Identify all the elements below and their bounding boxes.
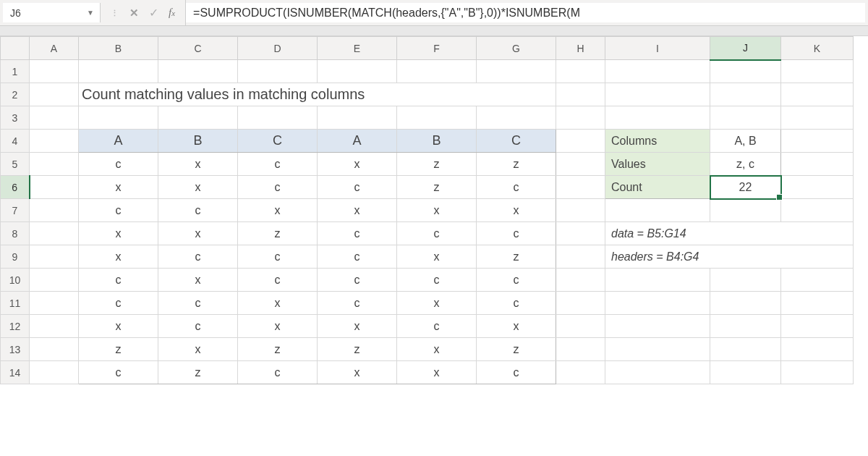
cell-A9[interactable] xyxy=(30,245,79,269)
cell-E6[interactable]: c xyxy=(318,176,397,199)
cell-E5[interactable]: x xyxy=(318,153,397,176)
cell-H5[interactable] xyxy=(556,153,605,176)
cell-G11[interactable]: c xyxy=(477,292,556,315)
cell-D5[interactable]: c xyxy=(238,153,318,176)
col-header-G[interactable]: G xyxy=(477,37,556,60)
cancel-icon[interactable]: ✕ xyxy=(129,7,139,20)
lookup-columns-label[interactable]: Columns xyxy=(605,130,710,153)
row-header[interactable]: 6 xyxy=(1,176,30,199)
cell-H1[interactable] xyxy=(556,60,605,83)
cell-C7[interactable]: c xyxy=(158,199,238,222)
cell-G7[interactable]: x xyxy=(477,199,556,222)
cell-H12[interactable] xyxy=(556,315,605,338)
col-header-C[interactable]: C xyxy=(158,37,238,60)
col-header-I[interactable]: I xyxy=(605,37,710,60)
cell-G10[interactable]: c xyxy=(477,269,556,292)
cell-F14[interactable]: x xyxy=(397,361,477,384)
cell-F13[interactable]: x xyxy=(397,338,477,361)
name-box[interactable] xyxy=(6,6,84,20)
cell-G1[interactable] xyxy=(477,60,556,83)
cell-C13[interactable]: x xyxy=(158,338,238,361)
cell-H10[interactable] xyxy=(556,269,605,292)
cell-H6[interactable] xyxy=(556,176,605,199)
row-header[interactable]: 8 xyxy=(1,222,30,245)
cell-D11[interactable]: x xyxy=(238,292,318,315)
cell-F1[interactable] xyxy=(397,60,477,83)
spreadsheet-grid[interactable]: A B C D E F G H I J K 12Count matching v… xyxy=(0,36,868,384)
cell-I2[interactable] xyxy=(605,83,710,106)
cell-D13[interactable]: z xyxy=(238,338,318,361)
cell-K1[interactable] xyxy=(781,60,854,83)
cell-E10[interactable]: c xyxy=(318,269,397,292)
grid-table[interactable]: A B C D E F G H I J K 12Count matching v… xyxy=(0,36,854,384)
cell-F8[interactable]: c xyxy=(397,222,477,245)
note-headers-range[interactable]: headers = B4:G4 xyxy=(605,245,854,269)
col-header-F[interactable]: F xyxy=(397,37,477,60)
name-box-dropdown-icon[interactable]: ▼ xyxy=(84,9,97,17)
cell-J7[interactable] xyxy=(710,199,781,222)
row-header[interactable]: 12 xyxy=(1,315,30,338)
cell-A10[interactable] xyxy=(30,269,79,292)
cell-D9[interactable]: c xyxy=(238,245,318,269)
col-header-D[interactable]: D xyxy=(238,37,318,60)
cell-H11[interactable] xyxy=(556,292,605,315)
cell-F12[interactable]: c xyxy=(397,315,477,338)
cell-B10[interactable]: c xyxy=(79,269,158,292)
cell-H13[interactable] xyxy=(556,338,605,361)
cell-G4[interactable]: C xyxy=(477,130,556,153)
cell-K13[interactable] xyxy=(781,338,854,361)
cell-B1[interactable] xyxy=(79,60,158,83)
cell-B13[interactable]: z xyxy=(79,338,158,361)
cell-E9[interactable]: c xyxy=(318,245,397,269)
lookup-count-value[interactable]: 22 xyxy=(710,176,781,199)
cell-G5[interactable]: z xyxy=(477,153,556,176)
cell-H4[interactable] xyxy=(556,130,605,153)
cell-F4[interactable]: B xyxy=(397,130,477,153)
cell-F5[interactable]: z xyxy=(397,153,477,176)
cell-E14[interactable]: x xyxy=(318,361,397,384)
cell-A3[interactable] xyxy=(30,106,79,130)
cell-H14[interactable] xyxy=(556,361,605,384)
cell-D6[interactable]: c xyxy=(238,176,318,199)
cell-D3[interactable] xyxy=(238,106,318,130)
cell-B12[interactable]: x xyxy=(79,315,158,338)
cell-K14[interactable] xyxy=(781,361,854,384)
cell-A4[interactable] xyxy=(30,130,79,153)
cell-K6[interactable] xyxy=(781,176,854,199)
cell-K11[interactable] xyxy=(781,292,854,315)
cell-H3[interactable] xyxy=(556,106,605,130)
lookup-count-label[interactable]: Count xyxy=(605,176,710,199)
col-header-A[interactable]: A xyxy=(30,37,79,60)
cell-A2[interactable] xyxy=(30,83,79,106)
cell-K12[interactable] xyxy=(781,315,854,338)
cell-J13[interactable] xyxy=(710,338,781,361)
cell-D7[interactable]: x xyxy=(238,199,318,222)
cell-F10[interactable]: c xyxy=(397,269,477,292)
cell-C14[interactable]: z xyxy=(158,361,238,384)
name-box-wrap[interactable]: ▼ xyxy=(3,3,101,22)
col-header-J[interactable]: J xyxy=(710,37,781,60)
cell-K3[interactable] xyxy=(781,106,854,130)
cell-D4[interactable]: C xyxy=(238,130,318,153)
cell-K5[interactable] xyxy=(781,153,854,176)
row-header[interactable]: 4 xyxy=(1,130,30,153)
cell-C1[interactable] xyxy=(158,60,238,83)
cell-C10[interactable]: x xyxy=(158,269,238,292)
cell-F9[interactable]: x xyxy=(397,245,477,269)
cell-A1[interactable] xyxy=(30,60,79,83)
row-header[interactable]: 2 xyxy=(1,83,30,106)
cell-F6[interactable]: z xyxy=(397,176,477,199)
cell-E4[interactable]: A xyxy=(318,130,397,153)
cell-B14[interactable]: c xyxy=(79,361,158,384)
cell-J11[interactable] xyxy=(710,292,781,315)
cell-K10[interactable] xyxy=(781,269,854,292)
cell-J10[interactable] xyxy=(710,269,781,292)
cell-E13[interactable]: z xyxy=(318,338,397,361)
cell-C12[interactable]: c xyxy=(158,315,238,338)
cell-G9[interactable]: z xyxy=(477,245,556,269)
cell-J14[interactable] xyxy=(710,361,781,384)
cell-C11[interactable]: c xyxy=(158,292,238,315)
cell-E7[interactable]: x xyxy=(318,199,397,222)
cell-G14[interactable]: c xyxy=(477,361,556,384)
col-header-K[interactable]: K xyxy=(781,37,854,60)
